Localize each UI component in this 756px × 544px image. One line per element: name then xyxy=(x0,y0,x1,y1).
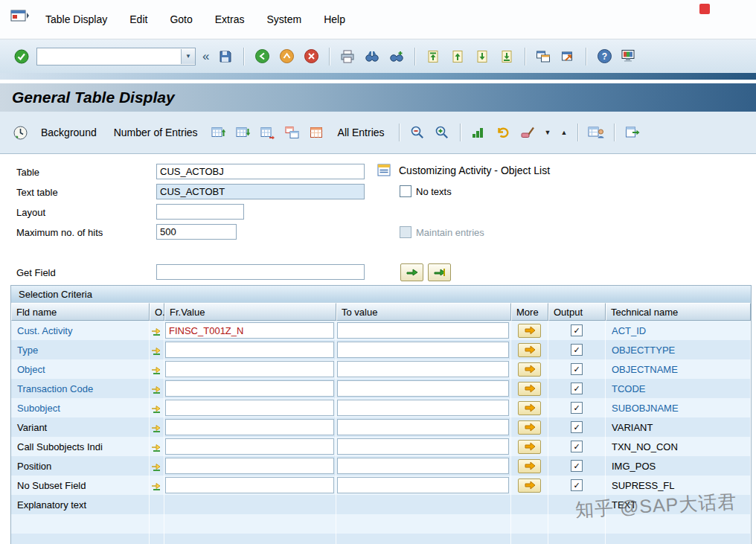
get-field-input[interactable] xyxy=(156,264,365,280)
output-checkbox[interactable] xyxy=(571,421,583,433)
multiple-selection-button[interactable] xyxy=(518,382,541,396)
multiple-selection-button[interactable] xyxy=(518,324,541,338)
table-up-icon[interactable] xyxy=(209,123,228,142)
cancel-button[interactable] xyxy=(301,47,321,66)
column-header-more[interactable]: More xyxy=(511,303,548,321)
clear-selections-icon[interactable] xyxy=(518,123,537,142)
field-name[interactable]: Object xyxy=(11,359,150,379)
multiple-selection-button[interactable] xyxy=(518,401,541,415)
enter-button[interactable] xyxy=(12,47,31,66)
layout-input[interactable] xyxy=(156,204,244,220)
field-name[interactable]: Explanatory text xyxy=(11,495,150,514)
to-value-input[interactable] xyxy=(337,400,509,416)
selection-option-icon[interactable] xyxy=(151,480,162,491)
clock-icon[interactable] xyxy=(10,123,30,142)
command-input[interactable] xyxy=(37,50,181,63)
undo-icon[interactable] xyxy=(493,123,513,142)
page-down-icon[interactable] xyxy=(472,47,492,66)
from-value-input[interactable] xyxy=(165,380,334,397)
collapse-toolbar-icon[interactable] xyxy=(201,49,211,64)
table-input[interactable] xyxy=(156,164,365,179)
from-value-input[interactable] xyxy=(165,400,334,416)
output-checkbox[interactable] xyxy=(571,479,583,491)
from-value-input[interactable] xyxy=(165,361,334,377)
page-up-icon[interactable] xyxy=(448,47,467,66)
field-name[interactable]: Cust. Activity xyxy=(11,321,150,340)
new-session-icon[interactable] xyxy=(534,47,553,66)
number-of-entries-button[interactable]: Number of Entries xyxy=(108,125,204,140)
multiple-selection-button[interactable] xyxy=(518,440,541,454)
column-header-output[interactable]: Output xyxy=(548,303,606,321)
multiple-selection-button[interactable] xyxy=(518,420,541,435)
multiple-selection-button[interactable] xyxy=(518,459,541,473)
collapse-arrow-icon[interactable]: ▲ xyxy=(559,129,570,136)
find-icon[interactable] xyxy=(362,47,382,66)
field-name[interactable]: Type xyxy=(11,340,150,359)
to-value-input[interactable] xyxy=(337,477,509,493)
get-field-insert-icon[interactable] xyxy=(400,263,423,281)
multiple-selection-button[interactable] xyxy=(518,362,541,377)
output-checkbox[interactable] xyxy=(571,383,583,394)
back-button[interactable] xyxy=(252,47,272,66)
zoom-out-icon[interactable] xyxy=(408,123,427,142)
no-texts-checkbox[interactable] xyxy=(400,185,411,197)
exit-button[interactable] xyxy=(277,47,296,66)
to-value-input[interactable] xyxy=(337,322,509,339)
sort-ascending-icon[interactable] xyxy=(469,123,488,142)
dropdown-arrow-icon[interactable]: ▼ xyxy=(542,129,554,136)
from-value-input[interactable] xyxy=(165,342,334,358)
max-hits-input[interactable] xyxy=(156,224,237,240)
table-right-icon[interactable] xyxy=(258,123,278,142)
selection-option-icon[interactable] xyxy=(151,383,162,394)
save-button[interactable] xyxy=(216,47,235,66)
output-checkbox[interactable] xyxy=(571,324,583,336)
column-header-option[interactable]: O. xyxy=(150,303,164,321)
all-entries-icon[interactable] xyxy=(307,123,327,142)
output-checkbox[interactable] xyxy=(571,441,583,452)
menu-extras[interactable]: Extras xyxy=(204,8,256,31)
selection-option-icon[interactable] xyxy=(151,364,162,375)
column-header-from-value[interactable]: Fr.Value xyxy=(164,303,336,321)
get-field-next-icon[interactable] xyxy=(428,263,451,281)
field-name[interactable]: No Subset Field xyxy=(11,476,150,495)
text-table-input[interactable] xyxy=(156,184,365,199)
to-value-input[interactable] xyxy=(337,458,509,474)
table-down-icon[interactable] xyxy=(234,123,253,142)
output-checkbox[interactable] xyxy=(571,363,583,375)
transfer-icon[interactable] xyxy=(623,123,642,142)
maintain-entries-checkbox[interactable] xyxy=(400,226,411,238)
from-value-input[interactable] xyxy=(165,322,334,339)
menu-edit[interactable]: Edit xyxy=(118,8,158,31)
selection-option-icon[interactable] xyxy=(151,325,162,336)
window-menu-icon[interactable] xyxy=(10,9,30,24)
last-page-icon[interactable] xyxy=(497,47,516,66)
sap-shortcut-icon[interactable] xyxy=(558,47,577,66)
selection-option-icon[interactable] xyxy=(151,441,162,452)
from-value-input[interactable] xyxy=(165,419,334,435)
field-name[interactable]: Variant xyxy=(11,417,150,437)
field-name[interactable]: Subobject xyxy=(11,398,150,417)
from-value-input[interactable] xyxy=(165,458,334,474)
print-button[interactable] xyxy=(338,47,357,66)
menu-table-display[interactable]: Table Display xyxy=(34,8,118,31)
column-header-to-value[interactable]: To value xyxy=(336,303,511,321)
find-next-icon[interactable] xyxy=(387,47,406,66)
multiple-selection-button[interactable] xyxy=(518,343,541,357)
column-header-technical-name[interactable]: Technical name xyxy=(606,303,751,321)
field-name[interactable]: Call Subobjects Indi xyxy=(11,437,150,456)
from-value-input[interactable] xyxy=(165,438,334,455)
menu-goto[interactable]: Goto xyxy=(158,8,203,31)
to-value-input[interactable] xyxy=(337,419,509,435)
menu-help[interactable]: Help xyxy=(313,8,356,31)
background-button[interactable]: Background xyxy=(35,125,103,140)
selection-option-icon[interactable] xyxy=(151,345,162,356)
customize-layout-icon[interactable] xyxy=(619,47,638,66)
to-value-input[interactable] xyxy=(337,438,509,455)
tables-merge-icon[interactable] xyxy=(283,123,302,142)
output-checkbox[interactable] xyxy=(571,344,583,356)
to-value-input[interactable] xyxy=(337,380,509,397)
to-value-input[interactable] xyxy=(337,361,509,377)
help-icon[interactable]: ? xyxy=(595,47,614,66)
selection-option-icon[interactable] xyxy=(151,461,162,472)
column-header-fld-name[interactable]: Fld name xyxy=(11,303,150,321)
